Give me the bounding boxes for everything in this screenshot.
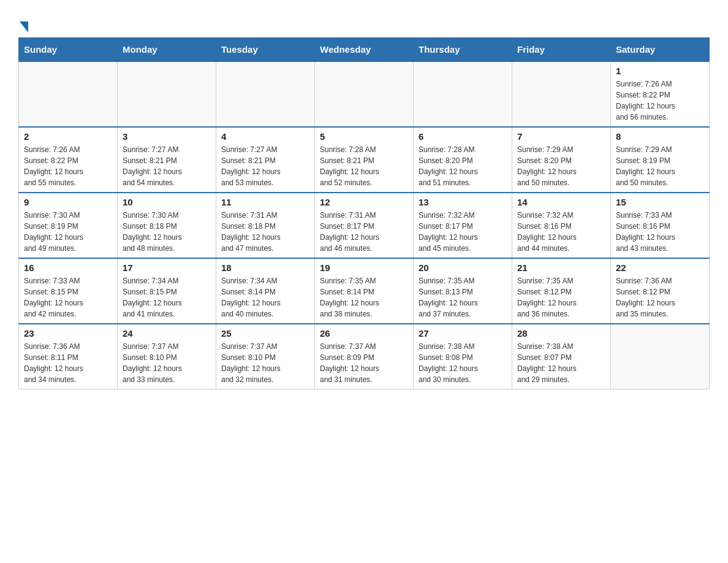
calendar-week-row: 2Sunrise: 7:26 AM Sunset: 8:22 PM Daylig… — [19, 127, 710, 193]
day-info: Sunrise: 7:28 AM Sunset: 8:21 PM Dayligh… — [320, 144, 408, 188]
day-info: Sunrise: 7:37 AM Sunset: 8:10 PM Dayligh… — [123, 341, 211, 385]
day-number: 1 — [616, 66, 704, 76]
calendar-cell: 19Sunrise: 7:35 AM Sunset: 8:14 PM Dayli… — [315, 258, 414, 324]
day-number: 15 — [616, 197, 704, 207]
calendar-cell — [315, 61, 414, 127]
day-info: Sunrise: 7:36 AM Sunset: 8:12 PM Dayligh… — [616, 275, 704, 320]
day-number: 21 — [517, 262, 605, 273]
calendar-cell — [512, 61, 611, 127]
day-info: Sunrise: 7:32 AM Sunset: 8:16 PM Dayligh… — [517, 210, 605, 254]
calendar-cell — [19, 61, 118, 127]
day-number: 13 — [419, 197, 507, 207]
day-info: Sunrise: 7:26 AM Sunset: 8:22 PM Dayligh… — [24, 144, 112, 188]
day-info: Sunrise: 7:38 AM Sunset: 8:07 PM Dayligh… — [517, 341, 605, 385]
page-header — [18, 12, 710, 31]
calendar-cell: 16Sunrise: 7:33 AM Sunset: 8:15 PM Dayli… — [19, 258, 118, 324]
day-number: 19 — [320, 262, 408, 273]
calendar-cell: 5Sunrise: 7:28 AM Sunset: 8:21 PM Daylig… — [315, 127, 414, 193]
calendar-header-saturday: Saturday — [611, 38, 710, 62]
calendar-week-row: 9Sunrise: 7:30 AM Sunset: 8:19 PM Daylig… — [19, 193, 710, 258]
day-number: 16 — [24, 262, 112, 273]
calendar-cell: 3Sunrise: 7:27 AM Sunset: 8:21 PM Daylig… — [118, 127, 216, 193]
day-number: 22 — [616, 262, 704, 273]
day-number: 3 — [123, 131, 211, 142]
day-info: Sunrise: 7:29 AM Sunset: 8:20 PM Dayligh… — [517, 144, 605, 188]
day-number: 6 — [419, 131, 507, 142]
calendar-cell: 17Sunrise: 7:34 AM Sunset: 8:15 PM Dayli… — [118, 258, 216, 324]
calendar-cell: 25Sunrise: 7:37 AM Sunset: 8:10 PM Dayli… — [216, 324, 315, 389]
day-number: 10 — [123, 197, 211, 207]
day-info: Sunrise: 7:26 AM Sunset: 8:22 PM Dayligh… — [616, 79, 704, 123]
calendar-cell: 11Sunrise: 7:31 AM Sunset: 8:18 PM Dayli… — [216, 193, 315, 258]
calendar-cell: 2Sunrise: 7:26 AM Sunset: 8:22 PM Daylig… — [19, 127, 118, 193]
day-number: 24 — [123, 328, 211, 339]
calendar-cell: 8Sunrise: 7:29 AM Sunset: 8:19 PM Daylig… — [611, 127, 710, 193]
day-number: 23 — [24, 328, 112, 339]
day-number: 4 — [221, 131, 309, 142]
day-number: 28 — [517, 328, 605, 339]
calendar-cell: 12Sunrise: 7:31 AM Sunset: 8:17 PM Dayli… — [315, 193, 414, 258]
day-info: Sunrise: 7:28 AM Sunset: 8:20 PM Dayligh… — [419, 144, 507, 188]
calendar-cell: 22Sunrise: 7:36 AM Sunset: 8:12 PM Dayli… — [611, 258, 710, 324]
day-info: Sunrise: 7:37 AM Sunset: 8:10 PM Dayligh… — [221, 341, 309, 385]
day-number: 8 — [616, 131, 704, 142]
calendar-header-row: SundayMondayTuesdayWednesdayThursdayFrid… — [19, 38, 710, 62]
calendar-header-friday: Friday — [512, 38, 611, 62]
day-info: Sunrise: 7:31 AM Sunset: 8:18 PM Dayligh… — [221, 210, 309, 254]
calendar-cell: 1Sunrise: 7:26 AM Sunset: 8:22 PM Daylig… — [611, 61, 710, 127]
calendar-cell: 9Sunrise: 7:30 AM Sunset: 8:19 PM Daylig… — [19, 193, 118, 258]
calendar-cell: 27Sunrise: 7:38 AM Sunset: 8:08 PM Dayli… — [414, 324, 512, 389]
day-number: 26 — [320, 328, 408, 339]
day-info: Sunrise: 7:27 AM Sunset: 8:21 PM Dayligh… — [221, 144, 309, 188]
day-info: Sunrise: 7:27 AM Sunset: 8:21 PM Dayligh… — [123, 144, 211, 188]
calendar-cell: 26Sunrise: 7:37 AM Sunset: 8:09 PM Dayli… — [315, 324, 414, 389]
day-info: Sunrise: 7:32 AM Sunset: 8:17 PM Dayligh… — [419, 210, 507, 254]
calendar-cell — [118, 61, 216, 127]
calendar-cell: 15Sunrise: 7:33 AM Sunset: 8:16 PM Dayli… — [611, 193, 710, 258]
day-info: Sunrise: 7:37 AM Sunset: 8:09 PM Dayligh… — [320, 341, 408, 385]
calendar-cell: 20Sunrise: 7:35 AM Sunset: 8:13 PM Dayli… — [414, 258, 512, 324]
day-number: 27 — [419, 328, 507, 339]
day-number: 20 — [419, 262, 507, 273]
day-info: Sunrise: 7:29 AM Sunset: 8:19 PM Dayligh… — [616, 144, 704, 188]
day-number: 2 — [24, 131, 112, 142]
day-info: Sunrise: 7:35 AM Sunset: 8:13 PM Dayligh… — [419, 275, 507, 320]
calendar-table: SundayMondayTuesdayWednesdayThursdayFrid… — [18, 37, 710, 389]
day-info: Sunrise: 7:38 AM Sunset: 8:08 PM Dayligh… — [419, 341, 507, 385]
calendar-cell — [414, 61, 512, 127]
day-info: Sunrise: 7:34 AM Sunset: 8:14 PM Dayligh… — [221, 275, 309, 320]
day-info: Sunrise: 7:30 AM Sunset: 8:18 PM Dayligh… — [123, 210, 211, 254]
calendar-cell: 10Sunrise: 7:30 AM Sunset: 8:18 PM Dayli… — [118, 193, 216, 258]
day-number: 25 — [221, 328, 309, 339]
day-number: 17 — [123, 262, 211, 273]
calendar-header-monday: Monday — [118, 38, 216, 62]
day-info: Sunrise: 7:35 AM Sunset: 8:12 PM Dayligh… — [517, 275, 605, 320]
calendar-week-row: 23Sunrise: 7:36 AM Sunset: 8:11 PM Dayli… — [19, 324, 710, 389]
day-info: Sunrise: 7:35 AM Sunset: 8:14 PM Dayligh… — [320, 275, 408, 320]
calendar-cell: 14Sunrise: 7:32 AM Sunset: 8:16 PM Dayli… — [512, 193, 611, 258]
calendar-cell — [611, 324, 710, 389]
calendar-cell: 7Sunrise: 7:29 AM Sunset: 8:20 PM Daylig… — [512, 127, 611, 193]
calendar-cell: 18Sunrise: 7:34 AM Sunset: 8:14 PM Dayli… — [216, 258, 315, 324]
calendar-cell: 21Sunrise: 7:35 AM Sunset: 8:12 PM Dayli… — [512, 258, 611, 324]
day-number: 11 — [221, 197, 309, 207]
calendar-header-sunday: Sunday — [19, 38, 118, 62]
calendar-cell: 23Sunrise: 7:36 AM Sunset: 8:11 PM Dayli… — [19, 324, 118, 389]
calendar-cell — [216, 61, 315, 127]
logo-arrow-icon — [20, 21, 28, 33]
day-info: Sunrise: 7:33 AM Sunset: 8:15 PM Dayligh… — [24, 275, 112, 320]
calendar-week-row: 16Sunrise: 7:33 AM Sunset: 8:15 PM Dayli… — [19, 258, 710, 324]
day-info: Sunrise: 7:34 AM Sunset: 8:15 PM Dayligh… — [123, 275, 211, 320]
day-info: Sunrise: 7:31 AM Sunset: 8:17 PM Dayligh… — [320, 210, 408, 254]
day-number: 14 — [517, 197, 605, 207]
day-number: 7 — [517, 131, 605, 142]
calendar-cell: 6Sunrise: 7:28 AM Sunset: 8:20 PM Daylig… — [414, 127, 512, 193]
logo — [18, 12, 28, 31]
day-info: Sunrise: 7:30 AM Sunset: 8:19 PM Dayligh… — [24, 210, 112, 254]
day-number: 5 — [320, 131, 408, 142]
calendar-week-row: 1Sunrise: 7:26 AM Sunset: 8:22 PM Daylig… — [19, 61, 710, 127]
calendar-cell: 4Sunrise: 7:27 AM Sunset: 8:21 PM Daylig… — [216, 127, 315, 193]
day-number: 12 — [320, 197, 408, 207]
calendar-cell: 13Sunrise: 7:32 AM Sunset: 8:17 PM Dayli… — [414, 193, 512, 258]
calendar-header-tuesday: Tuesday — [216, 38, 315, 62]
